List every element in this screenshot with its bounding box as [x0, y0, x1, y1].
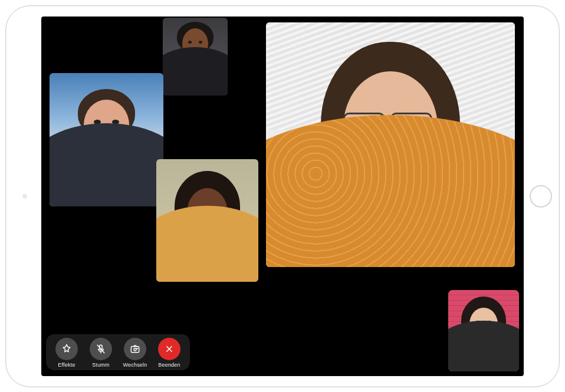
participant-video — [448, 290, 519, 371]
participant-video — [266, 22, 515, 267]
participant-video — [50, 73, 163, 206]
mute-label: Stumm — [92, 362, 110, 368]
participant-tile[interactable] — [163, 18, 228, 95]
effects-icon — [61, 343, 73, 355]
microphone-off-icon — [95, 343, 107, 355]
end-call-button[interactable]: Beenden — [155, 338, 184, 368]
device-frame: Effekte Stumm — [5, 5, 560, 387]
participant-video — [163, 18, 228, 95]
participant-tile-active[interactable] — [266, 22, 515, 267]
effects-button[interactable]: Effekte — [52, 338, 81, 368]
participant-tile[interactable] — [156, 159, 258, 282]
participant-video — [156, 159, 258, 282]
svg-rect-1 — [131, 346, 139, 352]
self-view-tile[interactable] — [448, 290, 519, 371]
facetime-screen: Effekte Stumm — [41, 17, 524, 376]
flip-camera-button[interactable]: Wechseln — [120, 338, 150, 368]
close-icon — [163, 343, 175, 355]
end-label: Beenden — [158, 362, 180, 368]
home-button[interactable] — [530, 185, 552, 207]
flip-label: Wechseln — [123, 362, 147, 368]
flip-camera-icon — [129, 343, 141, 355]
mute-button[interactable]: Stumm — [86, 338, 116, 368]
front-camera-icon — [22, 194, 27, 199]
call-controls: Effekte Stumm — [46, 334, 190, 370]
effects-label: Effekte — [58, 362, 75, 368]
participant-tile[interactable] — [50, 73, 163, 206]
